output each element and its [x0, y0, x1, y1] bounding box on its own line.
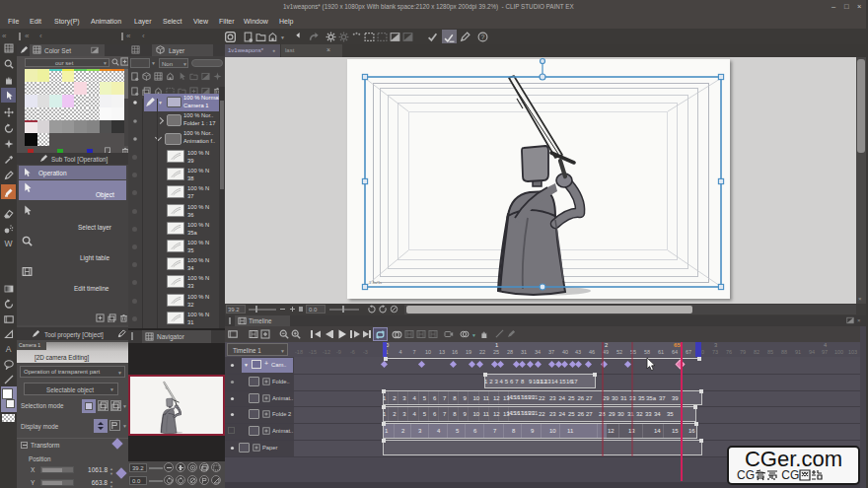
svg-text:?: ? [481, 34, 485, 41]
